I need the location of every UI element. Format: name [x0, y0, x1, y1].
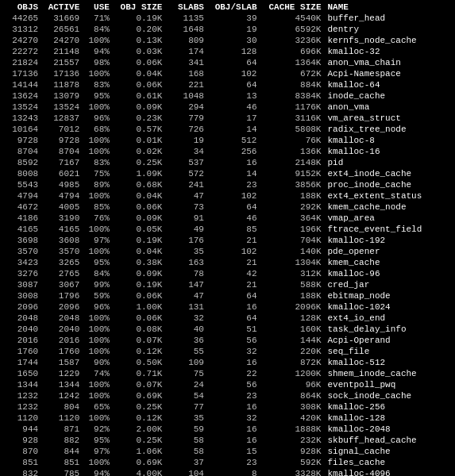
table-row: 3698360897%0.19K17621704Kkmalloc-192 — [3, 235, 452, 246]
table-cell: 8384K — [260, 90, 324, 102]
table-row: 87084497%1.06K5815928Ksignal_cache — [3, 446, 452, 457]
table-cell: 100% — [83, 102, 113, 113]
table-cell: 4540K — [260, 13, 324, 24]
slab-table: OBJS ACTIVE USE OBJ SIZE SLABS OBJ/SLAB … — [3, 2, 452, 476]
table-cell: 64 — [207, 313, 260, 324]
table-cell: 16 — [207, 301, 260, 313]
table-cell: 85 — [207, 224, 260, 235]
table-cell: 16 — [207, 157, 260, 168]
table-cell: 73 — [165, 202, 207, 213]
table-cell: 13079 — [41, 90, 83, 102]
table-cell: 100% — [83, 190, 113, 202]
table-cell: 19 — [207, 24, 260, 35]
table-cell: proc_inode_cache — [324, 179, 452, 190]
table-cell: 12837 — [41, 113, 83, 124]
table-cell: 1048 — [165, 90, 207, 102]
table-cell: 1232 — [3, 401, 41, 413]
table-cell: kmem_cache_node — [324, 202, 452, 213]
table-cell: 90% — [83, 357, 113, 368]
table-cell: 188K — [260, 290, 324, 301]
table-cell: kmalloc-1024 — [324, 301, 452, 313]
table-cell: 37 — [165, 457, 207, 468]
table-cell: 8 — [207, 468, 260, 476]
table-cell: 0.50K — [113, 357, 166, 368]
table-cell: 47 — [165, 290, 207, 301]
table-cell: 176 — [165, 235, 207, 246]
table-cell: 51 — [207, 324, 260, 335]
table-row: 4672400585%0.06K7364292Kkmem_cache_node — [3, 202, 452, 213]
table-cell: 55 — [165, 346, 207, 357]
table-cell: 851 — [41, 457, 83, 468]
table-cell: 89% — [83, 179, 113, 190]
table-cell: 0.12K — [113, 346, 166, 357]
table-cell: 0.25K — [113, 401, 166, 413]
table-cell: 13 — [207, 90, 260, 102]
table-cell: 672K — [260, 68, 324, 79]
header-cache-size: CACHE SIZE — [260, 2, 324, 13]
table-cell: eventpoll_pwq — [324, 379, 452, 390]
table-cell: 928 — [3, 435, 41, 446]
table-cell: 0.09K — [113, 213, 166, 224]
table-cell: radix_tree_node — [324, 124, 452, 135]
table-cell: kmalloc-256 — [324, 401, 452, 413]
table-cell: kmalloc-512 — [324, 357, 452, 368]
table-row: 10164701268%0.57K726145808Kradix_tree_no… — [3, 124, 452, 135]
table-cell: 44265 — [3, 13, 41, 24]
table-cell: 1.00K — [113, 301, 166, 313]
table-cell: 0.09K — [113, 102, 166, 113]
table-cell: 592K — [260, 457, 324, 468]
table-cell: 94% — [83, 468, 113, 476]
table-cell: 221 — [165, 79, 207, 90]
table-cell: 0.71K — [113, 368, 166, 379]
table-cell: 96K — [260, 379, 324, 390]
table-cell: 308K — [260, 401, 324, 413]
table-cell: 68% — [83, 124, 113, 135]
table-cell: 85% — [83, 202, 113, 213]
table-cell: 1120 — [3, 413, 41, 424]
table-cell: 3008 — [3, 290, 41, 301]
table-cell: 872K — [260, 357, 324, 368]
table-cell: 56 — [207, 335, 260, 346]
table-cell: 102 — [207, 246, 260, 257]
table-cell: 0.03K — [113, 46, 166, 57]
table-cell: 0.01K — [113, 135, 166, 146]
table-cell: 64 — [207, 290, 260, 301]
table-cell: Acpi-Operand — [324, 335, 452, 346]
table-cell: 928K — [260, 446, 324, 457]
table-cell: 35 — [165, 413, 207, 424]
table-cell: 84% — [83, 24, 113, 35]
table-cell: vmap_area — [324, 213, 452, 224]
table-cell: 23 — [207, 179, 260, 190]
table-cell: 420K — [260, 413, 324, 424]
table-cell: 0.69K — [113, 390, 166, 401]
table-cell: 8704 — [41, 146, 83, 157]
table-cell: 42 — [207, 268, 260, 279]
table-cell: 256 — [207, 146, 260, 157]
table-cell: 102 — [207, 190, 260, 202]
table-row: 11201120100%0.12K3532420Kkmalloc-128 — [3, 413, 452, 424]
table-cell: 64 — [207, 79, 260, 90]
table-cell: kernfs_node_cache — [324, 35, 452, 46]
table-cell: 0.23K — [113, 113, 166, 124]
table-cell: 2016 — [41, 335, 83, 346]
table-cell: 16 — [207, 424, 260, 435]
table-cell: 1650 — [3, 368, 41, 379]
table-cell: kmem_cache — [324, 257, 452, 268]
table-cell: 4.00K — [113, 468, 166, 476]
table-row: 3008179659%0.06K4764188Kebitmap_node — [3, 290, 452, 301]
table-row: 35703570100%0.04K35102140Kpde_opener — [3, 246, 452, 257]
header-obj-slab: OBJ/SLAB — [207, 2, 260, 13]
table-cell: 0.06K — [113, 290, 166, 301]
table-cell: 40 — [165, 324, 207, 335]
table-cell: 14 — [207, 168, 260, 179]
slab-info-container: OBJS ACTIVE USE OBJ SIZE SLABS OBJ/SLAB … — [0, 0, 455, 476]
table-cell: ext4_io_end — [324, 313, 452, 324]
table-cell: 2096 — [3, 301, 41, 313]
table-cell: 1242 — [41, 390, 83, 401]
table-cell: 0.20K — [113, 24, 166, 35]
table-cell: 22 — [207, 368, 260, 379]
table-cell: 2096 — [41, 301, 83, 313]
table-cell: 16 — [207, 401, 260, 413]
table-cell: 95% — [83, 90, 113, 102]
table-cell: 100% — [83, 457, 113, 468]
